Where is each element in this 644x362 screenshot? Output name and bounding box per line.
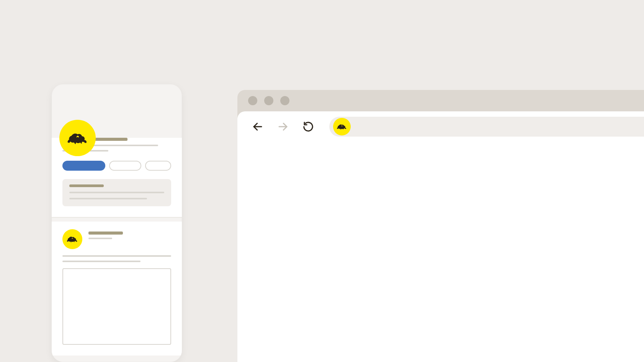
browser-viewport [237, 143, 644, 362]
bio-line [69, 192, 164, 193]
post-image-placeholder [62, 268, 171, 345]
post-content-line [62, 255, 171, 257]
site-favicon [333, 118, 351, 135]
primary-action-button[interactable] [62, 161, 105, 171]
browser-mockup [237, 90, 644, 362]
window-maximize-button[interactable] [280, 96, 289, 105]
tertiary-action-button[interactable] [145, 161, 171, 171]
url-bar[interactable] [329, 117, 644, 137]
post-meta-placeholder [88, 238, 112, 239]
post-content-line [62, 261, 141, 262]
lion-icon [66, 235, 79, 243]
profile-header [52, 138, 182, 218]
post-author-placeholder [88, 232, 123, 235]
post-header [62, 229, 171, 249]
feed-post [52, 222, 182, 355]
window-close-button[interactable] [248, 96, 257, 105]
profile-avatar[interactable] [59, 120, 96, 156]
bio-line [69, 198, 147, 199]
lion-icon [336, 123, 348, 130]
post-avatar[interactable] [62, 229, 82, 249]
window-minimize-button[interactable] [264, 96, 273, 105]
profile-actions [62, 161, 171, 171]
phone-mockup [52, 84, 182, 362]
browser-toolbar [237, 117, 644, 137]
back-button[interactable] [251, 120, 264, 133]
window-titlebar [237, 90, 644, 111]
lion-icon [66, 131, 90, 145]
reload-icon [302, 121, 314, 132]
arrow-left-icon [252, 121, 263, 132]
arrow-right-icon [277, 121, 289, 132]
browser-chrome [237, 111, 644, 362]
secondary-action-button[interactable] [109, 161, 141, 171]
bio-card [62, 179, 171, 206]
bio-title-placeholder [69, 184, 104, 187]
forward-button[interactable] [276, 120, 289, 133]
reload-button[interactable] [302, 120, 315, 133]
